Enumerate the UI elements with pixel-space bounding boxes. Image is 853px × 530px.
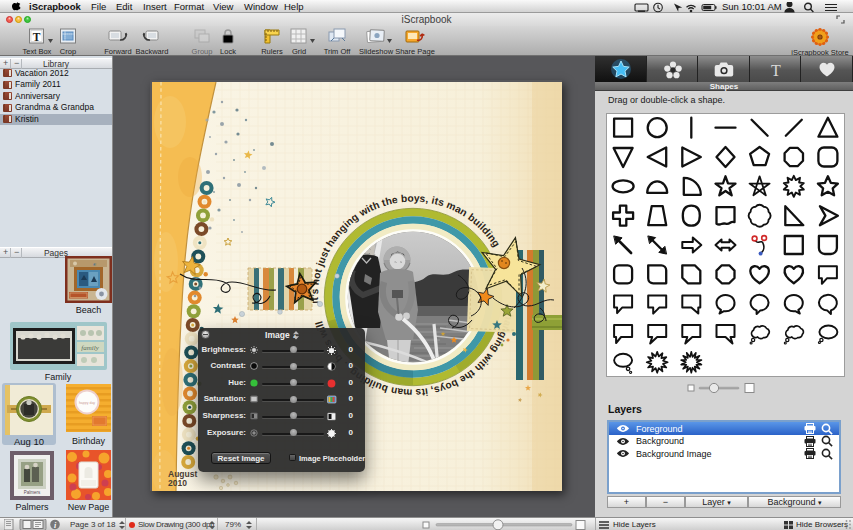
svg-text:Palmers: Palmers xyxy=(24,490,41,495)
svg-text:T: T xyxy=(771,62,781,79)
svg-text:T: T xyxy=(33,31,41,43)
svg-text:happy day: happy day xyxy=(79,401,95,405)
svg-text:family: family xyxy=(81,344,99,352)
svg-text:2010: 2010 xyxy=(168,478,187,488)
